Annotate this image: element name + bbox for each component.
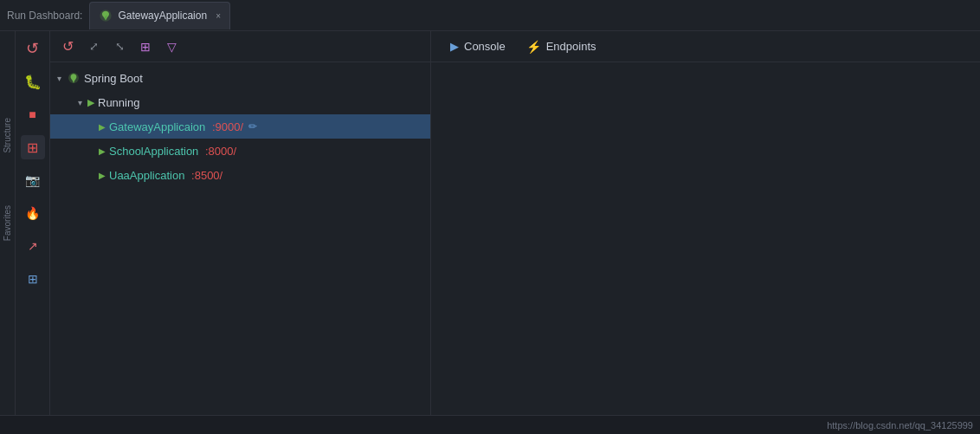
stop-icon: ■ [29,107,35,121]
spring-boot-icon [67,71,81,85]
endpoints-tab[interactable]: ⚡ Endpoints [518,35,605,59]
left-panel: ↺ ⤢ ⤡ ⊞ ▽ ▾ [50,31,431,415]
school-app-node[interactable]: ▶ SchoolApplication :8000/ [50,139,430,163]
endpoints-label: Endpoints [546,40,596,53]
school-port: :8000/ [202,145,236,158]
gateway-edit-icon[interactable]: ✏ [248,120,257,133]
structure-label: Structure [3,118,12,153]
filter-icon: ▽ [167,40,177,54]
gateway-port: :9000/ [209,120,243,133]
running-play-icon: ▶ [87,97,94,108]
gateway-app-name: GatewayApplicaion [109,120,205,133]
main-area: Structure Favorites ↺ 🐛 ■ ⊞ 📷 🔥 ↗ ⊞ [0,31,980,415]
uaa-play-icon: ▶ [99,171,106,180]
debug-icon-btn[interactable]: 🐛 [21,69,45,94]
console-tab[interactable]: ▶ Console [442,35,514,59]
spring-icon [99,9,113,23]
close-tab-button[interactable]: × [216,11,221,21]
refresh-icon: ↺ [62,38,74,55]
school-play-icon: ▶ [99,146,106,156]
grid-icon: ⊞ [140,40,151,54]
gateway-play-icon: ▶ [99,122,106,132]
tab-label: GatewayApplicaion [118,10,207,22]
right-toolbar: ▶ Console ⚡ Endpoints [431,31,980,62]
uaa-app-name: UaaApplication [109,169,184,182]
camera-icon: 📷 [25,173,40,187]
running-node[interactable]: ▾ ▶ Running [50,90,430,114]
tree-toolbar: ↺ ⤢ ⤡ ⊞ ▽ [50,31,430,62]
refresh-icon: ↺ [26,39,39,58]
refresh-button[interactable]: ↺ [57,36,78,57]
vertical-strip: Structure Favorites [0,31,16,415]
url-text: https://blog.csdn.net/qq_34125999 [827,420,973,431]
school-app-name: SchoolApplication [109,145,198,158]
services-icon-btn[interactable]: ⊞ [21,135,45,159]
gateway-tab[interactable]: GatewayApplicaion × [89,2,230,29]
spring-boot-label: Spring Boot [84,72,143,85]
endpoints-icon: ⚡ [526,40,541,54]
running-chevron: ▾ [78,98,82,107]
camera-icon-btn[interactable]: 📷 [21,168,45,192]
console-icon: ▶ [450,40,459,53]
sidebar-left: ↺ 🐛 ■ ⊞ 📷 🔥 ↗ ⊞ [16,31,50,415]
logout-icon-btn[interactable]: ↗ [21,234,45,258]
grid-icon: ⊞ [28,272,38,286]
restart-icon-btn[interactable]: ↺ [21,36,45,61]
flame-icon: 🔥 [25,206,40,220]
collapse-button[interactable]: ⤡ [109,36,130,57]
bottom-bar: https://blog.csdn.net/qq_34125999 [0,415,980,434]
gateway-app-node[interactable]: ▶ GatewayApplicaion :9000/ ✏ [50,114,430,139]
collapse-icon: ⤡ [115,40,125,53]
springboot-chevron: ▾ [57,74,61,83]
flame-icon-btn[interactable]: 🔥 [21,201,45,225]
right-panel: ▶ Console ⚡ Endpoints [431,31,980,415]
tab-bar: Run Dashboard: GatewayApplicaion × [0,0,980,31]
uaa-app-node[interactable]: ▶ UaaApplication :8500/ [50,163,430,187]
grid-view-button[interactable]: ⊞ [135,36,156,57]
services-icon: ⊞ [27,139,38,156]
stop-icon-btn[interactable]: ■ [21,102,45,126]
expand-button[interactable]: ⤢ [83,36,104,57]
tree-area: ▾ Spring Boot ▾ ▶ Running ▶ [50,62,430,415]
uaa-port: :8500/ [188,169,222,182]
favorites-label: Favorites [3,205,12,241]
bug-icon: 🐛 [24,74,42,90]
right-content [431,62,980,415]
running-label: Running [98,96,139,109]
grid-icon-btn[interactable]: ⊞ [21,267,45,291]
filter-button[interactable]: ▽ [161,36,182,57]
run-dashboard-label: Run Dashboard: [7,10,82,22]
exit-icon: ↗ [28,239,38,253]
console-label: Console [464,40,506,53]
spring-boot-node[interactable]: ▾ Spring Boot [50,66,430,90]
expand-icon: ⤢ [89,40,99,53]
